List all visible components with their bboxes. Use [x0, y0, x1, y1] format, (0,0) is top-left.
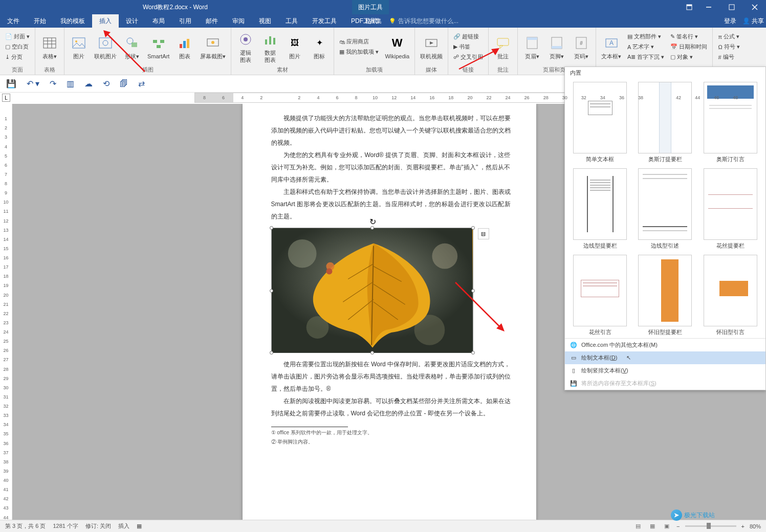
- resize-handle[interactable]: [370, 351, 374, 354]
- print-layout-icon[interactable]: ▦: [648, 522, 657, 531]
- draw-textbox-item[interactable]: ▭绘制文本框(D)↖: [565, 351, 765, 364]
- tab-tools[interactable]: 工具: [278, 14, 305, 28]
- qat-icon-4[interactable]: 🗐: [120, 79, 128, 88]
- chart-button[interactable]: 图表: [173, 33, 196, 61]
- equation-button[interactable]: π 公式 ▾: [716, 32, 741, 41]
- pictures-button[interactable]: 图片: [68, 33, 90, 61]
- wordart-button[interactable]: A 艺术字 ▾: [625, 42, 666, 52]
- login-button[interactable]: 登录: [724, 17, 736, 26]
- hyperlink-button[interactable]: 🔗 超链接: [451, 32, 485, 41]
- footnote[interactable]: ① office 系列软件中的一款，用于处理文字。: [271, 429, 511, 436]
- draw-vertical-textbox-item[interactable]: ▯绘制竖排文本框(V): [565, 364, 765, 377]
- page-status[interactable]: 第 3 页，共 6 页: [5, 522, 46, 530]
- number-button[interactable]: # 编号: [716, 52, 741, 62]
- cross-ref-button[interactable]: ☍ 交叉引用: [451, 52, 485, 62]
- cover-page-button[interactable]: 📄 封面 ▾: [3, 32, 32, 41]
- share-button[interactable]: 👤 共享: [742, 17, 764, 26]
- data-chart-button[interactable]: 数据 图表: [259, 29, 281, 64]
- ai-picture-button[interactable]: 🖼图片: [283, 33, 306, 61]
- tab-insert[interactable]: 插入: [92, 14, 119, 28]
- tell-me-input[interactable]: 告诉我您想要做什么...: [389, 17, 458, 26]
- save-icon[interactable]: 💾: [6, 79, 16, 88]
- gallery-item[interactable]: 奥斯汀引言: [701, 82, 760, 163]
- minimize-button[interactable]: [697, 0, 720, 14]
- paragraph[interactable]: 主题和样式也有助于文档保持协调。当您单击设计并选择新的主题时，图片、图表或 Sm…: [271, 186, 511, 223]
- gallery-item[interactable]: 简单文本框: [570, 82, 630, 163]
- shapes-button[interactable]: 形状▾: [121, 33, 143, 61]
- screenshot-button[interactable]: 屏幕截图▾: [198, 33, 228, 61]
- resize-handle[interactable]: [471, 351, 475, 354]
- tab-mailings[interactable]: 邮件: [199, 14, 225, 28]
- gallery-item[interactable]: 怀旧型引言: [701, 255, 760, 336]
- logic-chart-button[interactable]: 逻辑 图表: [234, 29, 257, 64]
- footnote[interactable]: ② 举例脚注内容。: [271, 438, 511, 446]
- read-mode-icon[interactable]: ▤: [633, 522, 643, 531]
- undo-icon[interactable]: ↶ ▾: [27, 79, 39, 88]
- paragraph[interactable]: 在新的阅读视图中阅读更加容易。可以折叠文档某些部分并关注所需文本。如果在达到结尾…: [271, 395, 511, 419]
- video-button[interactable]: 联机视频: [418, 33, 445, 61]
- wikipedia-button[interactable]: WWikipedia: [383, 33, 411, 61]
- tab-selector[interactable]: L: [2, 94, 10, 102]
- qat-icon-5[interactable]: ⇄: [138, 79, 145, 88]
- zoom-level[interactable]: 80%: [750, 523, 761, 529]
- ai-icon-button[interactable]: ✦图标: [308, 33, 331, 61]
- gallery-item[interactable]: 怀旧型提要栏: [635, 255, 695, 336]
- word-count[interactable]: 1281 个字: [53, 522, 78, 530]
- gallery-item[interactable]: 边线型提要栏: [570, 168, 630, 250]
- ribbon-options-icon[interactable]: [682, 0, 697, 14]
- tab-references[interactable]: 引用: [172, 14, 199, 28]
- store-button[interactable]: 🛍 应用商店: [337, 37, 381, 47]
- blank-page-button[interactable]: ▢ 空白页: [3, 42, 32, 52]
- header-button[interactable]: 页眉▾: [521, 33, 543, 61]
- gallery-item[interactable]: 花丝引言: [570, 255, 630, 336]
- qat-icon-1[interactable]: ▥: [67, 79, 74, 88]
- macro-icon[interactable]: ▦: [137, 523, 142, 529]
- tab-view[interactable]: 视图: [252, 14, 278, 28]
- web-layout-icon[interactable]: ▣: [662, 522, 671, 531]
- drop-cap-button[interactable]: A≣ 首字下沉 ▾: [625, 52, 666, 62]
- resize-handle[interactable]: [270, 226, 273, 230]
- signature-button[interactable]: ✎ 签名行 ▾: [668, 32, 709, 41]
- online-pictures-button[interactable]: 联机图片: [92, 33, 119, 61]
- more-textboxes-item[interactable]: 🌐Office.com 中的其他文本框(M): [565, 339, 765, 351]
- tab-templates[interactable]: 我的模板: [53, 14, 92, 28]
- paragraph[interactable]: 使用在需要位置出现的新按钮在 Word 中保存时间。若要更改图片适应文档的方式，…: [271, 358, 511, 395]
- track-changes-status[interactable]: 修订: 关闭: [85, 522, 111, 530]
- rotate-handle[interactable]: ↻: [369, 217, 375, 222]
- insert-mode[interactable]: 插入: [118, 522, 129, 530]
- table-button[interactable]: 表格▾: [38, 33, 61, 61]
- page-number-button[interactable]: #页码▾: [570, 33, 593, 61]
- paragraph[interactable]: 视频提供了功能强大的方法帮助您证明您的观点。当您单击联机视频时，可以在想要添加的…: [271, 112, 511, 149]
- textbox-button[interactable]: A文本框▾: [599, 33, 623, 61]
- resize-handle[interactable]: [471, 289, 475, 293]
- layout-options-icon[interactable]: ⊟: [478, 228, 489, 239]
- tab-review[interactable]: 审阅: [225, 14, 252, 28]
- bookmark-button[interactable]: ▶ 书签: [451, 42, 485, 52]
- object-button[interactable]: ▢ 对象 ▾: [668, 52, 709, 62]
- vertical-ruler[interactable]: 1234567891011121314151617181920212223242…: [0, 104, 12, 532]
- zoom-in-icon[interactable]: +: [741, 523, 745, 529]
- page-break-button[interactable]: ⤓ 分页: [3, 52, 32, 62]
- resize-handle[interactable]: [270, 289, 273, 293]
- close-button[interactable]: [743, 0, 766, 14]
- zoom-slider[interactable]: [685, 525, 736, 527]
- tab-home[interactable]: 开始: [27, 14, 53, 28]
- tab-file[interactable]: 文件: [0, 14, 27, 28]
- zoom-out-icon[interactable]: −: [676, 523, 680, 529]
- selected-image[interactable]: ↻ ⊟: [271, 228, 473, 353]
- smartart-button[interactable]: SmartArt: [145, 33, 171, 61]
- tab-format[interactable]: 格式: [358, 14, 385, 28]
- redo-icon[interactable]: ↷: [50, 79, 56, 88]
- my-addins-button[interactable]: ▦ 我的加载项 ▾: [337, 47, 381, 57]
- gallery-item[interactable]: 边线型引述: [635, 168, 695, 250]
- datetime-button[interactable]: 📅 日期和时间: [668, 42, 709, 52]
- tab-design[interactable]: 设计: [119, 14, 145, 28]
- gallery-item[interactable]: 奥斯汀提要栏: [635, 82, 695, 163]
- resize-handle[interactable]: [270, 351, 273, 354]
- gallery-item[interactable]: 花丝提要栏: [701, 168, 760, 250]
- quick-parts-button[interactable]: ▤ 文档部件 ▾: [625, 32, 666, 41]
- qat-icon-3[interactable]: ⟲: [103, 79, 110, 88]
- tab-developer[interactable]: 开发工具: [305, 14, 344, 28]
- paragraph[interactable]: 为使您的文档具有专业外观，Word® 提供了页眉、页脚、封面和文本框设计，这些设…: [271, 149, 511, 186]
- resize-handle[interactable]: [471, 226, 475, 230]
